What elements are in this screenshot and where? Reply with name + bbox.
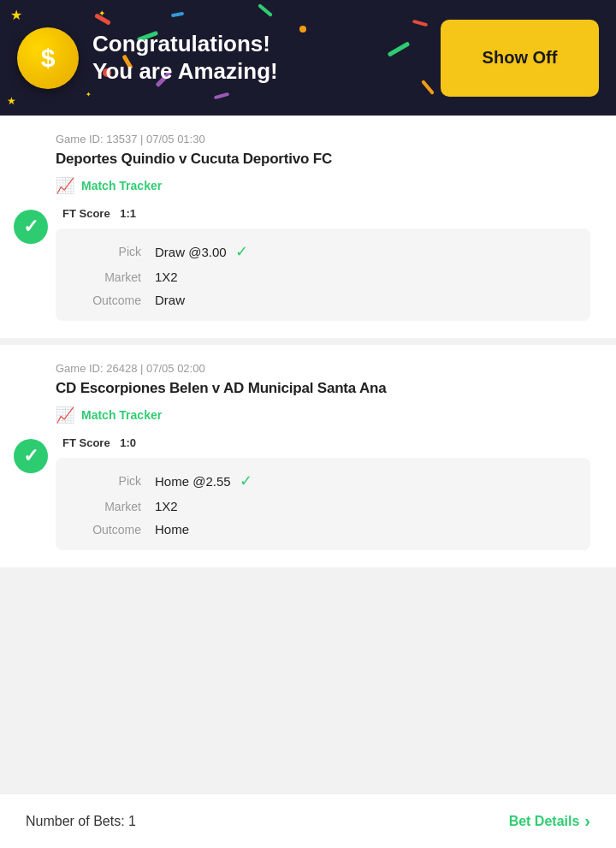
pick-checkmark-2: ✓	[240, 471, 252, 490]
market-row-2: Market 1X2	[73, 499, 573, 513]
match-title-1: Deportes Quindio v Cucuta Deportivo FC	[56, 151, 590, 168]
match-card-1: ✓ Game ID: 13537 | 07/05 01:30 Deportes …	[0, 116, 616, 345]
match-tracker-label-2: Match Tracker	[81, 408, 162, 422]
confetti-5	[412, 20, 428, 27]
bet-details-button[interactable]: Bet Details ›	[509, 811, 590, 831]
star-icon-1: ★	[10, 7, 22, 23]
pick-row-1: Pick Draw @3.00 ✓	[73, 242, 573, 261]
ft-score-2: FT Score 1:0	[56, 436, 590, 449]
confetti-8	[171, 12, 184, 18]
match-tracker-link-1[interactable]: 📈 Match Tracker	[56, 176, 590, 195]
confetti-10	[299, 26, 306, 33]
header-banner: ★ ★ ✦ ✦ Congratulations! You are Amazing…	[0, 0, 616, 116]
outcome-row-1: Outcome Draw	[73, 293, 573, 307]
coin-icon	[17, 27, 79, 89]
success-icon-1: ✓	[14, 210, 48, 244]
market-label-2: Market	[73, 500, 141, 513]
bet-details-label: Bet Details	[509, 814, 580, 829]
congrats-line1: Congratulations!	[92, 31, 270, 56]
outcome-label-2: Outcome	[73, 523, 141, 537]
market-value-1: 1X2	[155, 270, 178, 284]
confetti-6	[388, 41, 411, 56]
outcome-row-2: Outcome Home	[73, 522, 573, 537]
success-icon-2: ✓	[14, 439, 48, 473]
tracker-icon-2: 📈	[56, 406, 74, 424]
market-row-1: Market 1X2	[73, 270, 573, 284]
match-card-2: ✓ Game ID: 26428 | 07/05 02:00 CD Escorp…	[0, 345, 616, 574]
pick-row-2: Pick Home @2.55 ✓	[73, 471, 573, 490]
chevron-right-icon: ›	[584, 811, 590, 831]
confetti-7	[421, 80, 435, 95]
pick-value-1: Draw @3.00	[155, 245, 227, 259]
ft-score-1: FT Score 1:1	[56, 207, 590, 220]
game-id-2: Game ID: 26428 | 07/05 02:00	[56, 362, 590, 375]
pick-checkmark-1: ✓	[235, 242, 248, 261]
pick-label-1: Pick	[73, 245, 141, 258]
pick-box-2: Pick Home @2.55 ✓ Market 1X2 Outcome Hom…	[56, 458, 590, 550]
outcome-label-1: Outcome	[73, 294, 141, 307]
tracker-icon-1: 📈	[56, 176, 74, 195]
star-icon-2: ★	[7, 95, 16, 107]
match-title-2: CD Escorpiones Belen v AD Municipal Sant…	[56, 380, 590, 397]
congrats-line2: You are Amazing!	[92, 58, 278, 84]
market-label-1: Market	[73, 270, 141, 284]
match-tracker-label-1: Match Tracker	[81, 179, 162, 193]
game-id-1: Game ID: 13537 | 07/05 01:30	[56, 133, 590, 145]
confetti-11	[258, 3, 273, 17]
outcome-value-1: Draw	[155, 293, 185, 307]
market-value-2: 1X2	[155, 499, 178, 513]
pick-label-2: Pick	[73, 474, 141, 488]
confetti-12	[214, 92, 229, 100]
pick-box-1: Pick Draw @3.00 ✓ Market 1X2 Outcome Dra…	[56, 228, 590, 321]
footer-bar: Number of Bets: 1 Bet Details ›	[0, 793, 616, 848]
pick-value-2: Home @2.55	[155, 474, 231, 489]
header-text: Congratulations! You are Amazing!	[92, 31, 278, 84]
match-tracker-link-2[interactable]: 📈 Match Tracker	[56, 406, 590, 424]
star-icon-4: ✦	[86, 91, 92, 98]
star-icon-3: ✦	[98, 9, 105, 18]
outcome-value-2: Home	[155, 522, 189, 537]
num-bets-label: Number of Bets: 1	[26, 814, 136, 829]
show-off-button[interactable]: Show Off	[441, 20, 599, 97]
